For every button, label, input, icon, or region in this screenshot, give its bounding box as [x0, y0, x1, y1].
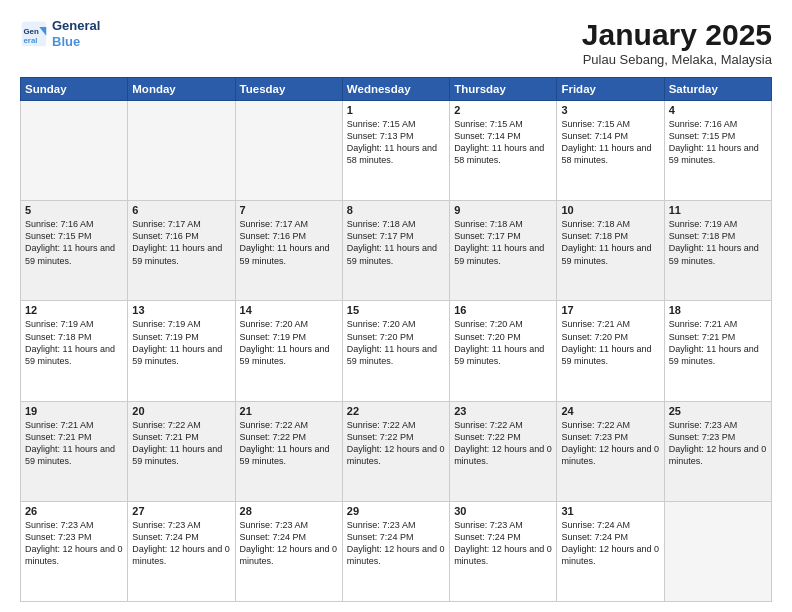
table-row: 31Sunrise: 7:24 AMSunset: 7:24 PMDayligh… [557, 501, 664, 601]
cell-info: Sunrise: 7:19 AMSunset: 7:19 PMDaylight:… [132, 318, 230, 367]
logo-line2: Blue [52, 34, 80, 49]
day-number: 13 [132, 304, 230, 316]
cell-info: Sunrise: 7:22 AMSunset: 7:23 PMDaylight:… [561, 419, 659, 468]
day-number: 28 [240, 505, 338, 517]
logo: Gen eral General Blue [20, 18, 100, 49]
day-number: 24 [561, 405, 659, 417]
table-row: 10Sunrise: 7:18 AMSunset: 7:18 PMDayligh… [557, 201, 664, 301]
table-row: 7Sunrise: 7:17 AMSunset: 7:16 PMDaylight… [235, 201, 342, 301]
svg-text:eral: eral [24, 35, 38, 44]
day-number: 3 [561, 104, 659, 116]
day-number: 18 [669, 304, 767, 316]
table-row: 1Sunrise: 7:15 AMSunset: 7:13 PMDaylight… [342, 101, 449, 201]
table-row: 20Sunrise: 7:22 AMSunset: 7:21 PMDayligh… [128, 401, 235, 501]
day-number: 9 [454, 204, 552, 216]
day-number: 8 [347, 204, 445, 216]
day-number: 27 [132, 505, 230, 517]
cell-info: Sunrise: 7:21 AMSunset: 7:21 PMDaylight:… [669, 318, 767, 367]
col-wednesday: Wednesday [342, 78, 449, 101]
table-row: 9Sunrise: 7:18 AMSunset: 7:17 PMDaylight… [450, 201, 557, 301]
logo-line1: General [52, 18, 100, 34]
table-row: 4Sunrise: 7:16 AMSunset: 7:15 PMDaylight… [664, 101, 771, 201]
table-row: 2Sunrise: 7:15 AMSunset: 7:14 PMDaylight… [450, 101, 557, 201]
table-row: 19Sunrise: 7:21 AMSunset: 7:21 PMDayligh… [21, 401, 128, 501]
calendar-body: 1Sunrise: 7:15 AMSunset: 7:13 PMDaylight… [21, 101, 772, 602]
day-number: 26 [25, 505, 123, 517]
cell-info: Sunrise: 7:16 AMSunset: 7:15 PMDaylight:… [669, 118, 767, 167]
page: Gen eral General Blue January 2025 Pulau… [0, 0, 792, 612]
table-row: 6Sunrise: 7:17 AMSunset: 7:16 PMDaylight… [128, 201, 235, 301]
calendar-header-row: Sunday Monday Tuesday Wednesday Thursday… [21, 78, 772, 101]
table-row: 15Sunrise: 7:20 AMSunset: 7:20 PMDayligh… [342, 301, 449, 401]
day-number: 16 [454, 304, 552, 316]
calendar-week-row: 5Sunrise: 7:16 AMSunset: 7:15 PMDaylight… [21, 201, 772, 301]
table-row: 13Sunrise: 7:19 AMSunset: 7:19 PMDayligh… [128, 301, 235, 401]
cell-info: Sunrise: 7:16 AMSunset: 7:15 PMDaylight:… [25, 218, 123, 267]
svg-text:Gen: Gen [24, 27, 39, 36]
table-row: 29Sunrise: 7:23 AMSunset: 7:24 PMDayligh… [342, 501, 449, 601]
calendar-week-row: 1Sunrise: 7:15 AMSunset: 7:13 PMDaylight… [21, 101, 772, 201]
cell-info: Sunrise: 7:23 AMSunset: 7:24 PMDaylight:… [454, 519, 552, 568]
cell-info: Sunrise: 7:23 AMSunset: 7:24 PMDaylight:… [240, 519, 338, 568]
col-thursday: Thursday [450, 78, 557, 101]
table-row: 18Sunrise: 7:21 AMSunset: 7:21 PMDayligh… [664, 301, 771, 401]
cell-info: Sunrise: 7:18 AMSunset: 7:17 PMDaylight:… [454, 218, 552, 267]
table-row: 22Sunrise: 7:22 AMSunset: 7:22 PMDayligh… [342, 401, 449, 501]
cell-info: Sunrise: 7:17 AMSunset: 7:16 PMDaylight:… [240, 218, 338, 267]
day-number: 21 [240, 405, 338, 417]
calendar-week-row: 12Sunrise: 7:19 AMSunset: 7:18 PMDayligh… [21, 301, 772, 401]
cell-info: Sunrise: 7:21 AMSunset: 7:20 PMDaylight:… [561, 318, 659, 367]
logo-text: General Blue [52, 18, 100, 49]
col-tuesday: Tuesday [235, 78, 342, 101]
day-number: 23 [454, 405, 552, 417]
day-number: 10 [561, 204, 659, 216]
cell-info: Sunrise: 7:22 AMSunset: 7:22 PMDaylight:… [240, 419, 338, 468]
cell-info: Sunrise: 7:24 AMSunset: 7:24 PMDaylight:… [561, 519, 659, 568]
table-row [21, 101, 128, 201]
cell-info: Sunrise: 7:19 AMSunset: 7:18 PMDaylight:… [25, 318, 123, 367]
day-number: 1 [347, 104, 445, 116]
table-row: 28Sunrise: 7:23 AMSunset: 7:24 PMDayligh… [235, 501, 342, 601]
cell-info: Sunrise: 7:19 AMSunset: 7:18 PMDaylight:… [669, 218, 767, 267]
day-number: 7 [240, 204, 338, 216]
calendar-week-row: 19Sunrise: 7:21 AMSunset: 7:21 PMDayligh… [21, 401, 772, 501]
location: Pulau Sebang, Melaka, Malaysia [582, 52, 772, 67]
day-number: 22 [347, 405, 445, 417]
table-row [235, 101, 342, 201]
day-number: 25 [669, 405, 767, 417]
cell-info: Sunrise: 7:23 AMSunset: 7:23 PMDaylight:… [25, 519, 123, 568]
day-number: 31 [561, 505, 659, 517]
col-friday: Friday [557, 78, 664, 101]
col-monday: Monday [128, 78, 235, 101]
table-row: 21Sunrise: 7:22 AMSunset: 7:22 PMDayligh… [235, 401, 342, 501]
day-number: 5 [25, 204, 123, 216]
table-row: 23Sunrise: 7:22 AMSunset: 7:22 PMDayligh… [450, 401, 557, 501]
table-row: 12Sunrise: 7:19 AMSunset: 7:18 PMDayligh… [21, 301, 128, 401]
table-row: 27Sunrise: 7:23 AMSunset: 7:24 PMDayligh… [128, 501, 235, 601]
col-sunday: Sunday [21, 78, 128, 101]
day-number: 15 [347, 304, 445, 316]
table-row: 3Sunrise: 7:15 AMSunset: 7:14 PMDaylight… [557, 101, 664, 201]
col-saturday: Saturday [664, 78, 771, 101]
day-number: 17 [561, 304, 659, 316]
day-number: 14 [240, 304, 338, 316]
cell-info: Sunrise: 7:15 AMSunset: 7:14 PMDaylight:… [561, 118, 659, 167]
table-row: 26Sunrise: 7:23 AMSunset: 7:23 PMDayligh… [21, 501, 128, 601]
table-row: 8Sunrise: 7:18 AMSunset: 7:17 PMDaylight… [342, 201, 449, 301]
month-title: January 2025 [582, 18, 772, 52]
calendar-table: Sunday Monday Tuesday Wednesday Thursday… [20, 77, 772, 602]
table-row: 17Sunrise: 7:21 AMSunset: 7:20 PMDayligh… [557, 301, 664, 401]
table-row: 14Sunrise: 7:20 AMSunset: 7:19 PMDayligh… [235, 301, 342, 401]
cell-info: Sunrise: 7:20 AMSunset: 7:19 PMDaylight:… [240, 318, 338, 367]
cell-info: Sunrise: 7:23 AMSunset: 7:23 PMDaylight:… [669, 419, 767, 468]
day-number: 19 [25, 405, 123, 417]
cell-info: Sunrise: 7:18 AMSunset: 7:18 PMDaylight:… [561, 218, 659, 267]
header: Gen eral General Blue January 2025 Pulau… [20, 18, 772, 67]
table-row: 30Sunrise: 7:23 AMSunset: 7:24 PMDayligh… [450, 501, 557, 601]
logo-icon: Gen eral [20, 20, 48, 48]
table-row: 5Sunrise: 7:16 AMSunset: 7:15 PMDaylight… [21, 201, 128, 301]
cell-info: Sunrise: 7:20 AMSunset: 7:20 PMDaylight:… [347, 318, 445, 367]
cell-info: Sunrise: 7:18 AMSunset: 7:17 PMDaylight:… [347, 218, 445, 267]
table-row: 24Sunrise: 7:22 AMSunset: 7:23 PMDayligh… [557, 401, 664, 501]
cell-info: Sunrise: 7:23 AMSunset: 7:24 PMDaylight:… [347, 519, 445, 568]
